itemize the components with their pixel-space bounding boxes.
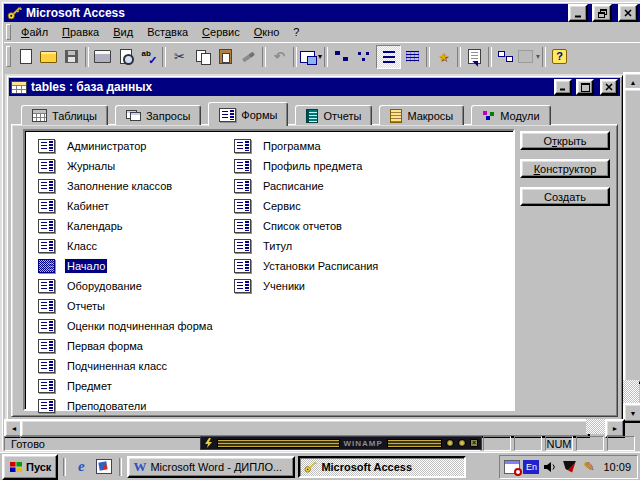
mail-icon[interactable] [94, 457, 114, 477]
format-painter-button[interactable] [237, 46, 260, 68]
list-item[interactable]: Администратор [25, 136, 221, 156]
menubar-grip-icon[interactable] [6, 24, 11, 40]
task-access-button[interactable]: Microsoft Access [298, 456, 466, 478]
list-item[interactable]: Ученики [221, 276, 513, 296]
form-icon [38, 359, 55, 373]
queries-icon [126, 110, 141, 121]
large-buttons-icon[interactable] [330, 46, 353, 68]
list-item[interactable]: Журналы [25, 156, 221, 176]
office-links-icon [299, 48, 317, 66]
list-item[interactable]: Оценки подчиненная форма [25, 316, 221, 336]
list-item[interactable]: Оборудование [25, 276, 221, 296]
minimize-button[interactable] [568, 4, 588, 22]
list-item[interactable]: Программа [221, 136, 513, 156]
menu-item[interactable]: Окно [247, 24, 287, 40]
list-item[interactable]: Список отчетов [221, 216, 513, 236]
save-button[interactable] [60, 46, 83, 68]
list-item[interactable]: Начало [25, 256, 221, 276]
list-item[interactable]: Предмет [25, 376, 221, 396]
undo-button[interactable]: ↶ [268, 46, 291, 68]
properties-button[interactable] [463, 46, 486, 68]
winamp-volume-slider[interactable] [387, 439, 442, 448]
toolbar-grip-icon[interactable] [6, 46, 11, 67]
tab-forms[interactable]: Формы [208, 102, 288, 126]
list-item[interactable]: Сервис [221, 196, 513, 216]
design-button[interactable]: Конструктор [520, 159, 610, 178]
copy-button[interactable] [191, 46, 214, 68]
db-maximize-button[interactable] [576, 79, 594, 95]
list-item[interactable]: Титул [221, 236, 513, 256]
menu-item[interactable]: ? [286, 24, 306, 40]
tab-macros[interactable]: Макросы [379, 105, 464, 125]
new-button[interactable]: Создать [520, 187, 610, 206]
tables-icon [32, 109, 47, 122]
mdi-vertical-scrollbar[interactable]: ▲ ▼ [623, 72, 639, 419]
scheduler-icon[interactable] [504, 459, 520, 474]
desktop: Microsoft Access ФайлПравкаВидВставкаСер… [0, 0, 640, 480]
winamp-shade-window[interactable]: WINAMP × [200, 436, 482, 450]
relationships-button[interactable] [494, 46, 517, 68]
vertical-scroll-thumb[interactable] [623, 88, 640, 384]
print-button[interactable] [91, 46, 114, 68]
details-button[interactable] [401, 46, 424, 68]
winamp-close-icon[interactable]: × [470, 439, 478, 447]
tab-tables[interactable]: Таблицы [21, 105, 108, 125]
menu-item[interactable]: Файл [14, 24, 55, 40]
menu-item[interactable]: Сервис [195, 24, 247, 40]
print-preview-button[interactable] [114, 46, 137, 68]
small-buttons-icon[interactable] [353, 46, 376, 68]
list-item[interactable]: Класс [25, 236, 221, 256]
paste-button[interactable] [214, 46, 237, 68]
antivirus-icon[interactable] [561, 459, 577, 474]
scroll-down-icon[interactable]: ▼ [623, 403, 640, 423]
menu-item[interactable]: Правка [55, 24, 106, 40]
ie-icon[interactable]: e [71, 457, 91, 477]
volume-icon[interactable] [542, 459, 558, 474]
list-item[interactable]: Отчеты [25, 296, 221, 316]
list-item[interactable]: Подчиненная класс [25, 356, 221, 376]
new-button[interactable] [14, 46, 37, 68]
spelling-icon: ab✓ [140, 48, 158, 66]
list-button[interactable] [376, 45, 401, 69]
winamp-shade-icon[interactable] [458, 439, 466, 447]
winamp-logo-icon [204, 438, 213, 448]
cut-button[interactable]: ✂ [168, 46, 191, 68]
restore-button[interactable] [592, 4, 612, 22]
list-item[interactable]: Первая форма [25, 336, 221, 356]
list-item[interactable]: Профиль предмета [221, 156, 513, 176]
list-item[interactable]: Календарь [25, 216, 221, 236]
open-button[interactable] [37, 46, 60, 68]
db-minimize-button[interactable] [554, 79, 572, 95]
vertical-scroll-track[interactable] [623, 380, 639, 403]
close-button[interactable] [618, 4, 638, 22]
winamp-minimize-icon[interactable] [446, 439, 454, 447]
list-item[interactable]: Кабинет [25, 196, 221, 216]
toolbar-separator [324, 47, 328, 67]
forms-list[interactable]: АдминистраторЖурналыЗаполнение классовКа… [23, 129, 515, 411]
language-indicator[interactable]: En [523, 460, 539, 474]
winamp-seek-slider[interactable] [217, 439, 340, 448]
mdi-horizontal-scrollbar[interactable]: ◄ ► [4, 419, 621, 434]
db-close-button[interactable] [600, 79, 618, 95]
pen-icon[interactable]: ✎ [580, 459, 596, 474]
list-item[interactable]: Преподователи [25, 396, 221, 416]
menu-item[interactable]: Вставка [140, 24, 195, 40]
list-item[interactable]: Установки Расписания [221, 256, 513, 276]
list-item[interactable]: Заполнение классов [25, 176, 221, 196]
list-item[interactable]: Расписание [221, 176, 513, 196]
help-button[interactable]: ? [548, 46, 571, 68]
tab-reports[interactable]: Отчеты [295, 105, 372, 125]
tab-queries[interactable]: Запросы [115, 105, 201, 125]
start-button[interactable]: Пуск [2, 454, 58, 480]
menu-item[interactable]: Вид [106, 24, 140, 40]
task-word-button[interactable]: W Microsoft Word - ДИПЛО... [127, 456, 295, 478]
code-button[interactable]: ▾ [517, 46, 540, 68]
open-button[interactable]: Открыть [520, 131, 610, 150]
tab-modules[interactable]: Модули [471, 105, 550, 125]
save-icon [63, 48, 81, 66]
horizontal-scroll-track[interactable] [586, 419, 605, 434]
new-object-button[interactable]: ★ [432, 46, 455, 68]
spelling-button[interactable]: ab✓ [137, 46, 160, 68]
taskbar-divider [119, 458, 122, 476]
office-links-button[interactable]: ▾ [299, 46, 322, 68]
